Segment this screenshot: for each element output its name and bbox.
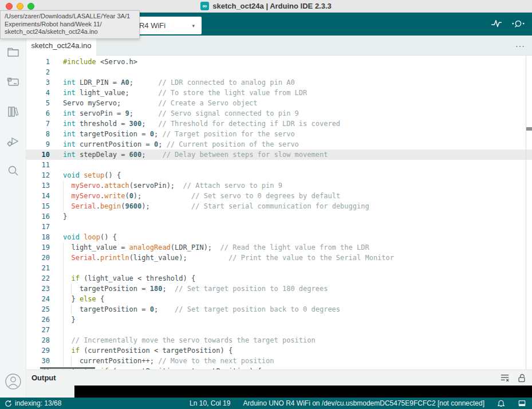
arduino-logo-icon: ∞ — [200, 2, 209, 10]
bottom-panel-toggle-icon[interactable] — [518, 399, 526, 407]
code-line[interactable]: 23 targetPosition = 180; // Set target p… — [26, 284, 532, 294]
tab-label: sketch_oct24a.ino — [31, 41, 92, 50]
code-token: 0 — [129, 192, 133, 200]
scroll-lock-icon[interactable] — [516, 372, 527, 384]
indent-guide — [71, 304, 72, 314]
code-line[interactable]: 1#include <Servo.h> — [26, 57, 532, 67]
code-line[interactable]: 18void loop() { — [26, 232, 532, 242]
line-number[interactable]: 23 — [26, 284, 60, 294]
code-line[interactable]: 28 // Incrementally move the servo towar… — [26, 335, 532, 345]
serial-plotter-icon[interactable] — [488, 16, 505, 32]
code-editor[interactable]: 1#include <Servo.h>23int LDR_PIN = A0; /… — [26, 56, 532, 369]
serial-monitor-icon[interactable] — [510, 16, 526, 32]
code-token: () { — [100, 233, 117, 241]
code-line[interactable]: 16} — [26, 211, 532, 222]
code-token: ); — [133, 192, 191, 200]
code-line[interactable]: 21 — [26, 263, 532, 273]
code-token — [63, 326, 71, 334]
output-panel: Output — [26, 369, 532, 398]
code-line[interactable]: 29 if (currentPosition < targetPosition)… — [26, 345, 532, 356]
line-number[interactable]: 27 — [26, 325, 60, 335]
code-line[interactable]: 15 Serial.begin(9600); // Start serial c… — [26, 201, 532, 211]
line-number[interactable]: 30 — [26, 356, 60, 366]
code-line[interactable]: 12void setup() { — [26, 170, 532, 180]
line-number[interactable]: 21 — [26, 263, 60, 273]
output-console[interactable] — [74, 386, 532, 398]
code-line[interactable]: 9int currentPosition = 0; // Current pos… — [26, 139, 532, 150]
tab-overflow-menu[interactable]: ··· — [515, 36, 525, 56]
account-icon[interactable] — [0, 373, 26, 390]
code-line[interactable]: 2 — [26, 67, 532, 77]
cursor-position-label[interactable]: Ln 10, Col 19 — [190, 399, 230, 407]
line-number[interactable]: 5 — [26, 98, 60, 108]
line-number[interactable]: 19 — [26, 242, 60, 253]
line-number[interactable]: 29 — [26, 345, 60, 356]
minimize-window-button[interactable] — [17, 3, 23, 10]
line-number[interactable]: 9 — [26, 139, 60, 150]
search-icon[interactable] — [0, 158, 26, 184]
code-line[interactable]: 6int servoPin = 9; // Servo signal conne… — [26, 108, 532, 119]
title-wrap: ∞ sketch_oct24a | Arduino IDE 2.3.3 — [200, 2, 332, 10]
indent-guide — [63, 335, 64, 345]
code-line[interactable]: 26 } — [26, 314, 532, 325]
code-line[interactable]: 5Servo myServo; // Create a Servo object — [26, 98, 532, 108]
vertical-scrollbar-thumb[interactable] — [526, 127, 532, 131]
code-line[interactable]: 14 myServo.write(0); // Set servo to 0 d… — [26, 191, 532, 201]
line-number[interactable]: 20 — [26, 253, 60, 263]
line-number[interactable]: 6 — [26, 108, 60, 119]
code-line[interactable]: 3int LDR_PIN = A0; // LDR connected to a… — [26, 77, 532, 88]
code-token: targetPosition = — [63, 305, 150, 313]
line-number[interactable]: 17 — [26, 222, 60, 232]
line-number[interactable]: 10 — [26, 150, 60, 160]
line-number[interactable]: 16 — [26, 211, 60, 222]
code-line[interactable]: 19 light_value = analogRead(LDR_PIN); //… — [26, 242, 532, 253]
bell-icon[interactable] — [497, 399, 505, 408]
close-window-button[interactable] — [6, 3, 13, 10]
board-connection-label[interactable]: Arduino UNO R4 WiFi on /dev/cu.usbmodemD… — [243, 399, 484, 407]
code-token: if — [71, 347, 79, 355]
code-line[interactable]: 25 targetPosition = 0; // Set target pos… — [26, 304, 532, 314]
zoom-window-button[interactable] — [27, 3, 34, 10]
code-line[interactable]: 11 — [26, 160, 532, 170]
debug-icon[interactable] — [0, 128, 26, 155]
code-line[interactable]: 7int threshold = 300; // Threshold for d… — [26, 119, 532, 129]
line-number[interactable]: 28 — [26, 335, 60, 345]
line-number[interactable]: 1 — [26, 57, 60, 67]
code-line[interactable]: 30 currentPosition++; // Move to the nex… — [26, 356, 532, 366]
code-line[interactable]: 24 } else { — [26, 294, 532, 304]
library-manager-icon[interactable] — [0, 99, 26, 125]
code-line[interactable]: 27 — [26, 325, 532, 335]
code-line[interactable]: 10int stepDelay = 600; // Delay between … — [26, 150, 532, 160]
code-line[interactable]: 13 myServo.attach(servoPin); // Attach s… — [26, 180, 532, 191]
indent-guide — [63, 273, 64, 284]
boards-manager-icon[interactable] — [0, 69, 26, 95]
clear-output-icon[interactable] — [499, 372, 510, 384]
line-number[interactable]: 22 — [26, 273, 60, 284]
code-line[interactable]: 22 if (light_value < threshold) { — [26, 273, 532, 284]
line-number[interactable]: 26 — [26, 314, 60, 325]
code-line[interactable]: 8int targetPosition = 0; // Target posit… — [26, 129, 532, 139]
code-token: int — [63, 140, 76, 148]
line-number[interactable]: 24 — [26, 294, 60, 304]
code-token: setup — [84, 171, 104, 179]
line-number[interactable]: 8 — [26, 129, 60, 139]
horizontal-scrollbar-thumb[interactable] — [40, 367, 95, 369]
indent-guide — [63, 356, 64, 366]
line-number[interactable]: 3 — [26, 77, 60, 88]
line-number[interactable]: 12 — [26, 170, 60, 180]
line-number[interactable]: 11 — [26, 160, 60, 170]
line-number[interactable]: 14 — [26, 191, 60, 201]
line-number[interactable]: 7 — [26, 119, 60, 129]
code-token: stepDelay = — [76, 151, 129, 159]
line-number[interactable]: 2 — [26, 67, 60, 77]
line-number[interactable]: 18 — [26, 232, 60, 242]
line-number[interactable]: 13 — [26, 180, 60, 191]
code-line[interactable]: 20 Serial.println(light_value); // Print… — [26, 253, 532, 263]
line-number[interactable]: 4 — [26, 88, 60, 98]
line-number[interactable]: 15 — [26, 201, 60, 211]
code-line[interactable]: 4int light_value; // To store the light … — [26, 88, 532, 98]
code-line[interactable]: 17 — [26, 222, 532, 232]
sketchbook-folder-icon[interactable] — [0, 39, 26, 65]
chevron-down-icon: ▾ — [192, 23, 195, 29]
line-number[interactable]: 25 — [26, 304, 60, 314]
